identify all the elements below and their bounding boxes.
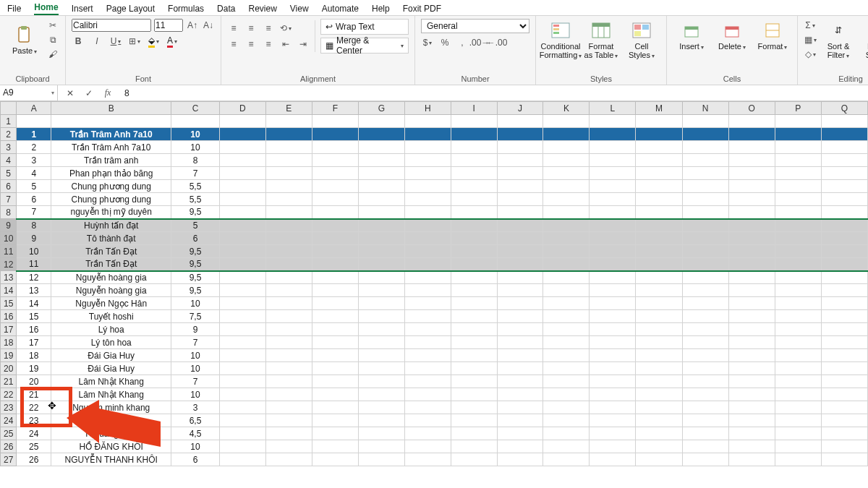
cell-N6[interactable] (682, 180, 728, 193)
cell-C1[interactable] (171, 115, 220, 128)
cell-G9[interactable] (358, 219, 404, 232)
cell-J5[interactable] (497, 167, 543, 180)
cell-F18[interactable] (312, 336, 358, 349)
cell-M11[interactable] (636, 245, 682, 258)
col-header-F[interactable]: F (312, 102, 358, 115)
col-header-D[interactable]: D (219, 102, 265, 115)
cell-H23[interactable] (404, 401, 451, 414)
cell-Q11[interactable] (821, 245, 867, 258)
cell-G12[interactable] (358, 258, 404, 271)
cell-H9[interactable] (404, 219, 451, 232)
cell-Q22[interactable] (821, 388, 867, 401)
cell-L17[interactable] (590, 323, 636, 336)
cell-M9[interactable] (636, 219, 682, 232)
row-header-14[interactable]: 14 (1, 284, 17, 297)
cell-G1[interactable] (358, 115, 404, 128)
row-header-6[interactable]: 6 (1, 180, 17, 193)
cell-Q1[interactable] (821, 115, 867, 128)
cell-H19[interactable] (404, 349, 451, 362)
cell-K10[interactable] (543, 232, 590, 245)
cell-H22[interactable] (404, 388, 451, 401)
cell-Q14[interactable] (821, 284, 867, 297)
cell-M18[interactable] (636, 336, 682, 349)
cell-C9[interactable]: 5 (171, 219, 220, 232)
cell-H5[interactable] (404, 167, 451, 180)
cell-F21[interactable] (312, 375, 358, 388)
cell-Q26[interactable] (821, 440, 867, 453)
cell-A1[interactable] (17, 115, 51, 128)
inc-decimal-icon[interactable]: .00→ (473, 36, 486, 49)
find-select-button[interactable]: 🔍Find & Select (860, 19, 868, 61)
name-box[interactable]: A9▾ (0, 85, 58, 101)
percent-icon[interactable]: % (438, 36, 451, 49)
cell-F15[interactable] (312, 297, 358, 310)
cell-O18[interactable] (728, 336, 775, 349)
cell-A20[interactable]: 19 (17, 362, 51, 375)
cell-B8[interactable]: nguyễn thị mỹ duyên (51, 206, 171, 219)
cell-D21[interactable] (219, 375, 265, 388)
cell-M6[interactable] (636, 180, 682, 193)
cell-Q21[interactable] (821, 375, 867, 388)
cell-O9[interactable] (728, 219, 775, 232)
cell-J11[interactable] (497, 245, 543, 258)
cell-M2[interactable] (636, 128, 682, 141)
cell-A19[interactable]: 18 (17, 349, 51, 362)
cell-C18[interactable]: 7 (171, 336, 220, 349)
cell-P20[interactable] (775, 362, 821, 375)
cell-M21[interactable] (636, 375, 682, 388)
cell-M26[interactable] (636, 440, 682, 453)
row-header-17[interactable]: 17 (1, 323, 17, 336)
cell-A23[interactable]: 22 (17, 401, 51, 414)
align-top-icon[interactable]: ≡ (227, 22, 240, 35)
cell-D13[interactable] (219, 271, 265, 284)
cell-I3[interactable] (451, 141, 497, 154)
cell-G26[interactable] (358, 440, 404, 453)
cell-B7[interactable]: Chung phương dung (51, 193, 171, 206)
tab-review[interactable]: Review (248, 2, 276, 15)
col-header-I[interactable]: I (451, 102, 497, 115)
cell-F24[interactable] (312, 414, 358, 427)
cell-K15[interactable] (543, 297, 590, 310)
cell-C20[interactable]: 10 (171, 362, 220, 375)
orientation-icon[interactable]: ⟲ (279, 22, 292, 35)
cell-A8[interactable]: 7 (17, 206, 51, 219)
cell-F13[interactable] (312, 271, 358, 284)
row-header-3[interactable]: 3 (1, 141, 17, 154)
italic-button[interactable]: I (90, 35, 103, 48)
cell-C11[interactable]: 9,5 (171, 245, 220, 258)
cell-K2[interactable] (543, 128, 590, 141)
cell-F17[interactable] (312, 323, 358, 336)
cell-P18[interactable] (775, 336, 821, 349)
cell-K5[interactable] (543, 167, 590, 180)
cell-C26[interactable]: 10 (171, 440, 220, 453)
cell-L1[interactable] (590, 115, 636, 128)
cell-I6[interactable] (451, 180, 497, 193)
cell-O14[interactable] (728, 284, 775, 297)
cell-L2[interactable] (590, 128, 636, 141)
cell-P14[interactable] (775, 284, 821, 297)
cancel-icon[interactable]: ✕ (64, 87, 77, 100)
cell-K9[interactable] (543, 219, 590, 232)
cell-D19[interactable] (219, 349, 265, 362)
cell-Q5[interactable] (821, 167, 867, 180)
cell-J9[interactable] (497, 219, 543, 232)
col-header-O[interactable]: O (728, 102, 775, 115)
cell-I20[interactable] (451, 362, 497, 375)
cell-L10[interactable] (590, 232, 636, 245)
cell-Q27[interactable] (821, 453, 867, 466)
cell-I15[interactable] (451, 297, 497, 310)
tab-help[interactable]: Help (372, 2, 390, 15)
align-middle-icon[interactable]: ≡ (244, 22, 258, 35)
cell-L22[interactable] (590, 388, 636, 401)
cell-D16[interactable] (219, 310, 265, 323)
cell-E8[interactable] (265, 206, 312, 219)
select-all-corner[interactable] (1, 102, 17, 115)
cell-E26[interactable] (265, 440, 312, 453)
row-header-1[interactable]: 1 (1, 115, 17, 128)
cell-K4[interactable] (543, 154, 590, 167)
cell-Q20[interactable] (821, 362, 867, 375)
format-painter-icon[interactable]: 🖌 (46, 48, 59, 61)
cell-L11[interactable] (590, 245, 636, 258)
cell-C23[interactable]: 3 (171, 401, 220, 414)
cell-M13[interactable] (636, 271, 682, 284)
